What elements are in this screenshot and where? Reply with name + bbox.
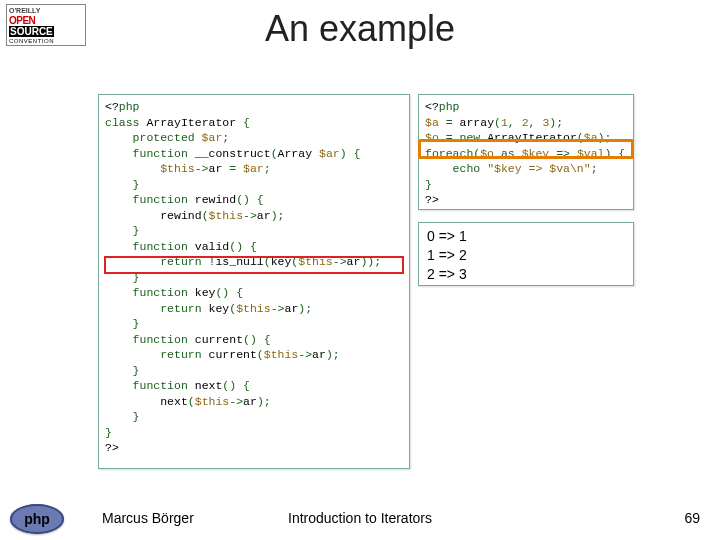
code-right-panel: <?php $a = array(1, 2, 3); $o = new Arra… bbox=[418, 94, 634, 210]
slide-title: An example bbox=[0, 8, 720, 50]
output-line: 2 => 3 bbox=[427, 265, 625, 284]
output-line: 1 => 2 bbox=[427, 246, 625, 265]
output-line: 0 => 1 bbox=[427, 227, 625, 246]
output-box: 0 => 1 1 => 2 2 => 3 bbox=[418, 222, 634, 286]
code-left-panel: <?php class ArrayIterator { protected $a… bbox=[98, 94, 410, 469]
footer-title: Introduction to Iterators bbox=[0, 510, 720, 526]
footer-page-number: 69 bbox=[684, 510, 700, 526]
